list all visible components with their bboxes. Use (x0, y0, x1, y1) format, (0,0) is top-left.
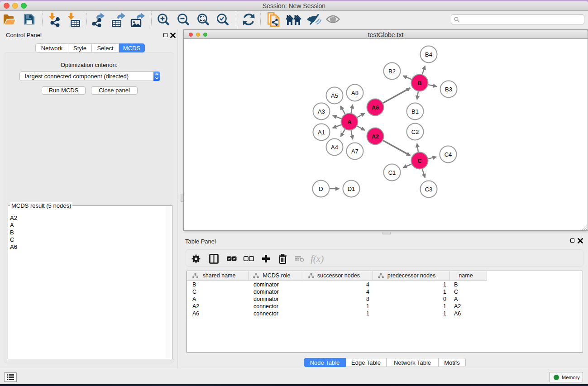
svg-text:A2: A2 (372, 133, 379, 140)
svg-text:A7: A7 (351, 148, 359, 155)
svg-text:C3: C3 (425, 186, 433, 193)
svg-text:B1: B1 (411, 108, 419, 115)
svg-text:C2: C2 (411, 129, 419, 135)
svg-text:C4: C4 (445, 151, 452, 158)
svg-text:A6: A6 (372, 105, 379, 111)
svg-text:A4: A4 (331, 144, 338, 151)
svg-text:A1: A1 (318, 129, 325, 136)
svg-text:B: B (417, 80, 421, 86)
svg-text:A8: A8 (351, 90, 359, 96)
svg-text:D: D (319, 186, 323, 192)
svg-text:A5: A5 (331, 92, 338, 99)
svg-text:C1: C1 (388, 169, 396, 176)
svg-text:A: A (347, 119, 351, 125)
svg-text:D1: D1 (348, 186, 355, 192)
svg-text:C: C (417, 158, 421, 164)
svg-text:A3: A3 (318, 108, 325, 115)
svg-text:B4: B4 (425, 51, 432, 58)
svg-text:B2: B2 (388, 68, 396, 75)
svg-text:B3: B3 (445, 86, 452, 93)
